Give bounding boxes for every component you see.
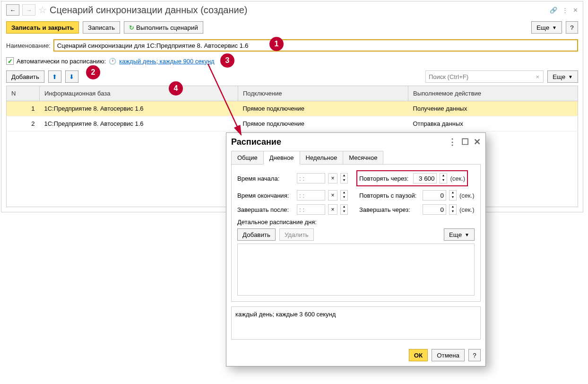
star-icon[interactable]: ☆ bbox=[38, 4, 47, 16]
schedule-dialog: Расписание ⋮ ☐ ✕ Общие Дневное Недельное… bbox=[226, 132, 486, 367]
chevron-down-icon: ▼ bbox=[465, 232, 469, 237]
start-time-label: Время начала: bbox=[237, 175, 294, 182]
search-input[interactable] bbox=[428, 73, 534, 81]
dialog-title: Расписание bbox=[231, 137, 281, 147]
detail-delete-button[interactable]: Удалить bbox=[279, 228, 314, 241]
col-conn[interactable]: Подключение bbox=[238, 86, 408, 101]
dialog-maximize-icon[interactable]: ☐ bbox=[461, 137, 469, 147]
repeat-highlight: Повторять через: ▴▾ (сек.) bbox=[356, 170, 468, 186]
start-time-input[interactable] bbox=[297, 173, 325, 183]
move-down-button[interactable]: ⬇ bbox=[65, 70, 78, 83]
name-input[interactable] bbox=[53, 39, 578, 52]
tab-daily[interactable]: Дневное bbox=[263, 151, 300, 165]
link-icon[interactable]: 🔗 bbox=[550, 7, 557, 14]
auto-checkbox[interactable]: ✓ bbox=[6, 57, 14, 65]
annotation-badge-3: 3 bbox=[220, 53, 234, 68]
table-more-button[interactable]: Еще ▼ bbox=[547, 70, 578, 83]
schedule-link[interactable]: каждый день; каждые 900 секунд bbox=[119, 58, 215, 65]
repeat-spinner[interactable]: ▴▾ bbox=[440, 173, 447, 183]
col-base[interactable]: Информационная база bbox=[40, 86, 238, 101]
add-button[interactable]: Добавить bbox=[6, 70, 44, 83]
detail-list[interactable] bbox=[237, 244, 475, 296]
move-up-button[interactable]: ⬆ bbox=[48, 70, 61, 83]
arrow-up-icon: ⬆ bbox=[52, 73, 57, 80]
table-row[interactable]: 1 1С:Предприятие 8. Автосервис 1.6 Прямо… bbox=[7, 101, 578, 116]
detail-label: Детальное расписание дня: bbox=[237, 218, 475, 226]
repeat-pause-input[interactable] bbox=[423, 190, 446, 201]
finish-after-spinner[interactable]: ▴▾ bbox=[340, 204, 348, 215]
auto-label: Автоматически по расписанию: bbox=[17, 58, 106, 65]
detail-add-button[interactable]: Добавить bbox=[237, 228, 276, 241]
save-close-button[interactable]: Записать и закрыть bbox=[6, 21, 79, 34]
name-label: Наименование: bbox=[6, 42, 51, 49]
schedule-description: каждый день; каждые 3 600 секунд bbox=[231, 306, 481, 340]
clear-end-time[interactable]: × bbox=[328, 190, 337, 201]
repeat-pause-label: Повторять с паузой: bbox=[359, 192, 420, 199]
detail-more-button[interactable]: Еще ▼ bbox=[444, 228, 475, 241]
annotation-badge-2: 2 bbox=[86, 65, 100, 79]
repeat-every-input[interactable] bbox=[413, 173, 437, 183]
cancel-button[interactable]: Отмена bbox=[432, 349, 465, 361]
dialog-menu-icon[interactable]: ⋮ bbox=[448, 137, 457, 147]
search-box[interactable]: × bbox=[425, 70, 544, 83]
arrow-down-icon: ⬇ bbox=[69, 73, 74, 80]
back-button[interactable]: ← bbox=[6, 4, 19, 16]
finish-in-spinner[interactable]: ▴▾ bbox=[449, 204, 457, 215]
help-button[interactable]: ? bbox=[566, 21, 578, 34]
more-button[interactable]: Еще ▼ bbox=[531, 21, 562, 34]
chevron-down-icon: ▼ bbox=[568, 74, 573, 79]
finish-after-label: Завершать после: bbox=[237, 206, 294, 213]
clear-finish-after[interactable]: × bbox=[328, 204, 337, 215]
scenarios-table: N Информационная база Подключение Выполн… bbox=[6, 86, 578, 131]
annotation-badge-1: 1 bbox=[269, 37, 284, 51]
col-action[interactable]: Выполняемое действие bbox=[408, 86, 578, 101]
col-n[interactable]: N bbox=[7, 86, 40, 101]
clear-start-time[interactable]: × bbox=[328, 173, 337, 183]
run-button[interactable]: ↻ Выполнить сценарий bbox=[124, 21, 203, 34]
finish-after-input[interactable] bbox=[297, 204, 325, 215]
finish-in-input[interactable] bbox=[423, 204, 446, 215]
clock-icon: 🕐 bbox=[109, 58, 116, 65]
refresh-icon: ↻ bbox=[129, 24, 134, 31]
dialog-help-button[interactable]: ? bbox=[468, 349, 481, 361]
close-icon[interactable]: ✕ bbox=[573, 7, 578, 14]
save-button[interactable]: Записать bbox=[83, 21, 120, 34]
sec-label: (сек.) bbox=[450, 175, 465, 182]
repeat-every-label: Повторять через: bbox=[359, 175, 408, 182]
forward-button[interactable]: → bbox=[22, 4, 35, 16]
window-title: Сценарий синхронизации данных (создание) bbox=[50, 5, 547, 16]
finish-in-label: Завершать через: bbox=[359, 206, 420, 213]
ok-button[interactable]: ОК bbox=[409, 349, 428, 361]
menu-icon[interactable]: ⋮ bbox=[562, 7, 568, 14]
end-time-label: Время окончания: bbox=[237, 192, 294, 199]
end-time-spinner[interactable]: ▴▾ bbox=[340, 190, 348, 201]
table-row[interactable]: 2 1С:Предприятие 8. Автосервис 1.6 Прямо… bbox=[7, 116, 578, 131]
tab-weekly[interactable]: Недельное bbox=[300, 151, 344, 165]
tab-monthly[interactable]: Месячное bbox=[343, 151, 383, 165]
start-time-spinner[interactable]: ▴▾ bbox=[340, 173, 348, 183]
chevron-down-icon: ▼ bbox=[552, 25, 557, 30]
pause-spinner[interactable]: ▴▾ bbox=[449, 190, 457, 201]
end-time-input[interactable] bbox=[297, 190, 325, 201]
annotation-badge-4: 4 bbox=[169, 81, 183, 96]
dialog-close-icon[interactable]: ✕ bbox=[474, 137, 481, 147]
tab-general[interactable]: Общие bbox=[231, 151, 264, 165]
clear-search-icon[interactable]: × bbox=[534, 73, 541, 80]
